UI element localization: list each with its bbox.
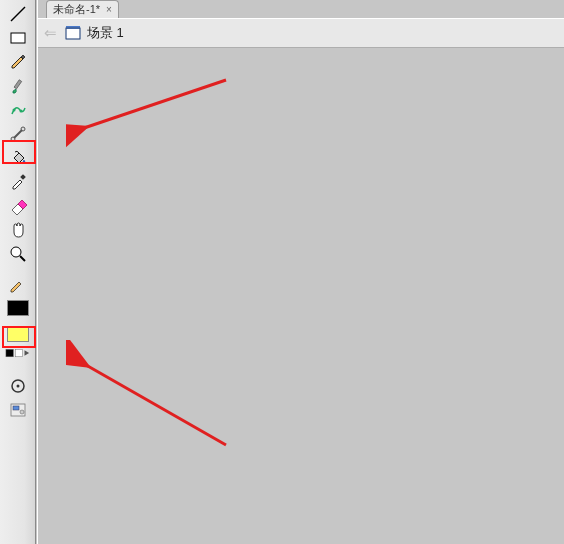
svg-line-12 (20, 256, 25, 261)
stroke-color-swatch[interactable] (4, 276, 32, 298)
deco-tool-icon (8, 100, 28, 120)
svg-rect-22 (66, 26, 80, 29)
svg-point-11 (11, 247, 21, 257)
svg-rect-10 (20, 174, 26, 180)
eraser-tool[interactable] (4, 194, 32, 218)
deco-tool[interactable] (4, 98, 32, 122)
toolbox (0, 0, 36, 544)
color-mode-row[interactable] (4, 344, 32, 364)
eyedropper-tool-icon (8, 172, 28, 192)
pencil-swatch-icon (8, 277, 28, 297)
stroke-color-chip[interactable] (4, 298, 32, 318)
zoom-tool[interactable] (4, 242, 32, 266)
eraser-tool-icon (8, 196, 28, 216)
line-tool-icon (8, 4, 28, 24)
snap-tool-icon (8, 376, 28, 396)
document-tab-label: 未命名-1* (53, 2, 100, 17)
fill-color-chip[interactable] (4, 324, 32, 344)
paint-bucket-tool-icon (8, 148, 28, 168)
svg-marker-13 (11, 282, 21, 292)
swap-colors-icon (5, 347, 31, 361)
svg-rect-1 (11, 33, 25, 43)
svg-line-0 (11, 7, 25, 21)
bone-tool[interactable] (4, 122, 32, 146)
scene-label: 场景 1 (87, 24, 124, 42)
close-icon[interactable]: × (106, 4, 112, 15)
rectangle-tool[interactable] (4, 26, 32, 50)
document-area: 未命名-1* × ⇐ 场景 1 (36, 0, 564, 544)
scene-icon (65, 25, 81, 41)
snap-tool[interactable] (4, 374, 32, 398)
back-arrow-icon: ⇐ (44, 24, 57, 42)
paint-bucket-tool[interactable] (4, 146, 32, 170)
options-tool-icon (8, 400, 28, 420)
svg-marker-2 (12, 57, 23, 68)
hand-tool[interactable] (4, 218, 32, 242)
svg-rect-4 (14, 80, 22, 89)
scene-chip[interactable]: 场景 1 (65, 24, 124, 42)
svg-rect-19 (13, 406, 19, 410)
svg-rect-15 (15, 349, 22, 356)
pencil-tool-icon (8, 52, 28, 72)
zoom-tool-icon (8, 244, 28, 264)
svg-rect-21 (66, 28, 80, 39)
hand-tool-icon (8, 220, 28, 240)
brush-tool-icon (8, 76, 28, 96)
svg-point-6 (19, 110, 22, 113)
svg-point-5 (12, 109, 15, 112)
svg-line-9 (14, 130, 22, 138)
options-tool[interactable] (4, 398, 32, 422)
tab-strip: 未命名-1* × (46, 0, 119, 18)
svg-point-17 (16, 385, 19, 388)
brush-tool[interactable] (4, 74, 32, 98)
eyedropper-tool[interactable] (4, 170, 32, 194)
line-tool[interactable] (4, 2, 32, 26)
scene-bar: ⇐ 场景 1 (38, 18, 564, 48)
document-tab[interactable]: 未命名-1* × (46, 0, 119, 18)
rectangle-tool-icon (8, 28, 28, 48)
stage[interactable] (38, 48, 564, 544)
bone-tool-icon (8, 124, 28, 144)
svg-rect-14 (5, 349, 12, 356)
pencil-tool[interactable] (4, 50, 32, 74)
svg-point-20 (20, 410, 24, 414)
